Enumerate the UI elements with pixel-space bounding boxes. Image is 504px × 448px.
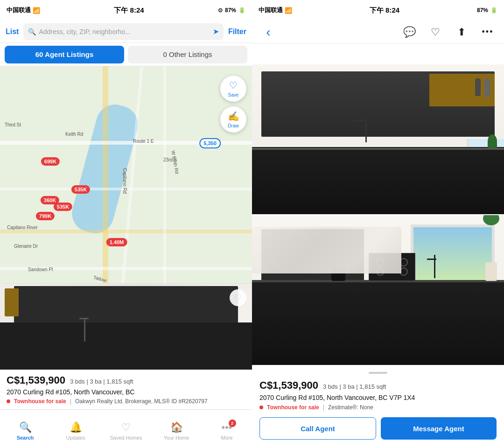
more-badge-wrap: ••• 2 xyxy=(221,421,232,434)
nav-updates[interactable]: 🔔 Updates xyxy=(50,418,101,441)
battery-pct-right: 87% xyxy=(477,7,488,14)
price-marker-799k[interactable]: 799K xyxy=(36,212,55,220)
status-left: 中国联通 📶 xyxy=(7,6,40,14)
bottom-nav: 🔍 Search 🔔 Updates ♡ Saved Homes 🏠 Your … xyxy=(0,409,252,448)
faucet-arm xyxy=(79,318,89,319)
search-nav-label: Search xyxy=(17,435,34,441)
save-button[interactable]: ♡ Save xyxy=(220,76,246,102)
prop-price-row: C$1,539,900 3 bds | 3 ba | 1,815 sqft xyxy=(259,379,497,392)
agent-listings-tab[interactable]: 60 Agent Listings xyxy=(5,46,124,63)
listing-tags: Townhouse for sale | Oakwyn Realty Ltd. … xyxy=(7,398,245,405)
property-image-bottom xyxy=(252,215,504,365)
right-faucet-arm xyxy=(353,120,364,121)
road-7 xyxy=(163,66,166,283)
search-bar[interactable]: 🔍 Address, city, ZIP, neighborho... ➤ xyxy=(23,23,223,40)
listing-specs: 3 bds | 3 ba | 1,815 sqft xyxy=(70,378,133,385)
more-nav-label: More xyxy=(221,435,232,441)
message-agent-button[interactable]: Message Agent xyxy=(381,417,497,440)
battery-pct-left: 87% xyxy=(225,7,236,14)
time-right: 下午 8:24 xyxy=(370,6,399,15)
updates-nav-label: Updates xyxy=(66,435,85,441)
wifi-icon-right: 📶 xyxy=(285,7,292,14)
prop-price: C$1,539,900 xyxy=(259,379,318,392)
kitchen-cabinet-upper xyxy=(14,286,238,323)
listing-price: C$1,539,900 xyxy=(7,374,65,386)
map-label-capilano-river: Capilano River xyxy=(7,225,38,230)
your-home-nav-icon: 🏠 xyxy=(170,421,183,434)
favorite-button[interactable]: ♡ xyxy=(230,289,246,306)
map-label-capilano: Capilano Rd xyxy=(122,168,127,194)
price-marker-535k-2[interactable]: 535K xyxy=(54,203,72,211)
bottle-2 xyxy=(475,78,481,96)
search-placeholder: Address, city, ZIP, neighborho... xyxy=(39,28,130,35)
listing-card[interactable]: ♡ C$1,539,900 3 bds | 3 ba | 1,815 sqft … xyxy=(0,283,252,409)
map-canvas: Third St Keith Rd Capilano Rd Route 1 E … xyxy=(0,66,252,283)
list-tab[interactable]: List xyxy=(6,28,19,36)
prop-address: 2070 Curling Rd #105, North Vancouver, B… xyxy=(259,394,497,401)
prop-tags: Townhouse for sale | Zestimate®: None xyxy=(259,404,497,411)
listing-image: ♡ xyxy=(0,284,252,370)
bottle-1 xyxy=(484,78,490,97)
status-right-battery: 87% 🔋 xyxy=(477,7,497,14)
price-marker-535k-1[interactable]: 535K xyxy=(71,185,90,194)
vase xyxy=(485,262,497,281)
draw-icon: ✍ xyxy=(228,111,239,122)
other-listings-tab[interactable]: 0 Other Listings xyxy=(128,46,247,63)
cta-row: Call Agent Message Agent xyxy=(259,417,497,444)
map-label-sandown: Sandown Pl xyxy=(28,267,53,272)
action-buttons-group: 💬 ♡ ⬆ ••• xyxy=(400,23,497,41)
faucet xyxy=(84,318,85,342)
plant xyxy=(488,134,497,148)
map-area[interactable]: Third St Keith Rd Capilano Rd Route 1 E … xyxy=(0,66,252,283)
draw-button[interactable]: ✍ Draw xyxy=(220,106,246,133)
prop-zestimate: Zestimate®: None xyxy=(328,404,373,411)
saved-homes-nav-label: Saved Homes xyxy=(110,435,142,441)
carrier-right: 中国联通 xyxy=(259,6,283,14)
nav-search[interactable]: 🔍 Search xyxy=(0,418,50,441)
save-icon: ♡ xyxy=(229,80,238,91)
prop-specs: 3 bds | 3 ba | 1,815 sqft xyxy=(323,383,386,390)
property-image-top xyxy=(252,64,504,215)
listings-tabs: 60 Agent Listings 0 Other Listings xyxy=(0,43,252,66)
nav-your-home[interactable]: 🏠 Your Home xyxy=(151,418,202,441)
nav-saved-homes[interactable]: ♡ Saved Homes xyxy=(101,418,151,441)
prop-type: Townhouse for sale xyxy=(267,404,319,411)
listing-info: C$1,539,900 3 bds | 3 ba | 1,815 sqft 20… xyxy=(0,370,252,409)
top-nav: List 🔍 Address, city, ZIP, neighborho...… xyxy=(0,21,252,43)
comment-button[interactable]: 💬 xyxy=(400,23,418,41)
nav-more[interactable]: ••• 2 More xyxy=(202,418,252,441)
map-label-glenaire: Glenaire Dr xyxy=(14,244,38,249)
battery-bar-left: 🔋 xyxy=(238,7,245,14)
wifi-icon-left: 📶 xyxy=(33,7,40,14)
your-home-nav-label: Your Home xyxy=(164,435,189,441)
time-left: 下午 8:24 xyxy=(114,6,144,15)
battery-bar-right: 🔋 xyxy=(490,7,497,14)
location-icon: ➤ xyxy=(213,27,219,36)
price-marker-140m[interactable]: 1.40M xyxy=(106,238,127,246)
status-right-carrier: 中国联通 📶 xyxy=(259,6,292,14)
back-button[interactable]: ‹ xyxy=(259,23,277,41)
call-agent-button[interactable]: Call Agent xyxy=(259,417,376,440)
price-marker-5350[interactable]: 5,350 xyxy=(199,138,221,148)
status-bar-left: 中国联通 📶 下午 8:24 ⊙ 87% 🔋 xyxy=(0,0,252,21)
backsplash xyxy=(252,227,401,273)
map-actions: ♡ Save ✍ Draw xyxy=(220,76,246,133)
more-badge: 2 xyxy=(229,420,236,427)
map-label-third: Third St xyxy=(5,122,21,127)
battery-icon-left: ⊙ xyxy=(218,7,223,14)
listing-type: Townhouse for sale xyxy=(14,398,66,405)
share-button[interactable]: ⬆ xyxy=(453,23,470,41)
status-bar-right: 中国联通 📶 下午 8:24 87% 🔋 xyxy=(252,0,504,21)
map-label-route: Route 1 E xyxy=(133,139,154,144)
favorite-button-right[interactable]: ♡ xyxy=(427,23,444,41)
carrier-left: 中国联通 xyxy=(7,6,31,14)
top-counter xyxy=(252,147,504,214)
status-dot xyxy=(7,399,10,403)
saved-homes-nav-icon: ♡ xyxy=(121,421,131,434)
filter-button[interactable]: Filter xyxy=(228,28,246,36)
listing-address: 2070 Curling Rd #105, North Vancouver, B… xyxy=(7,388,245,396)
price-marker-699k[interactable]: 699K xyxy=(41,157,60,166)
more-button[interactable]: ••• xyxy=(479,23,497,41)
kitchen-counter xyxy=(0,322,252,370)
search-icon: 🔍 xyxy=(28,28,36,35)
